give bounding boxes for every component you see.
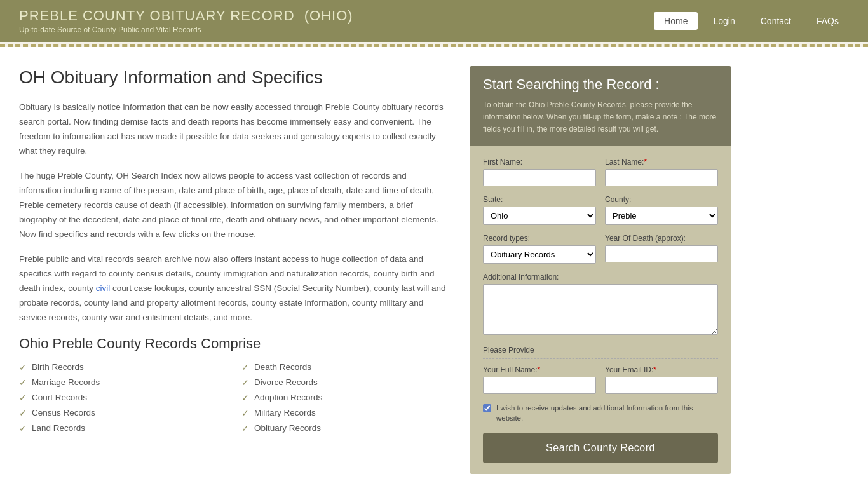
search-county-record-button[interactable]: Search County Record [483, 433, 718, 463]
record-label: Birth Records [32, 362, 84, 372]
record-label: Divorce Records [254, 377, 318, 387]
check-icon: ✓ [19, 393, 27, 403]
name-row: First Name: Last Name:* [483, 158, 718, 186]
header-divider [0, 42, 868, 47]
county-select[interactable]: Preble Butler Hamilton Montgomery [605, 207, 718, 225]
list-item: ✓ Divorce Records [241, 377, 451, 388]
first-name-label: First Name: [483, 158, 596, 166]
intro-para-3: Preble public and vital records search a… [19, 252, 451, 325]
state-group: State: Ohio Alabama Alaska Arizona Arkan… [483, 195, 596, 225]
check-icon: ✓ [19, 362, 27, 372]
record-label: Court Records [32, 393, 87, 402]
last-name-label: Last Name:* [605, 158, 718, 166]
additional-info-label: Additional Information: [483, 273, 718, 281]
site-subtitle: Up-to-date Source of County Public and V… [19, 25, 353, 34]
check-icon: ✓ [19, 377, 27, 388]
subscribe-checkbox-row: I wish to receive updates and additional… [483, 403, 718, 423]
nav-faqs[interactable]: FAQs [806, 12, 849, 30]
check-icon: ✓ [241, 377, 249, 388]
header-branding: PREBLE COUNTY OBITUARY RECORD (OHIO) Up-… [19, 8, 353, 34]
full-name-required: * [538, 365, 541, 374]
subscribe-checkbox[interactable] [483, 404, 491, 412]
last-name-input[interactable] [605, 169, 718, 186]
list-item: ✓ Death Records [241, 362, 451, 372]
search-panel: Start Searching the Record : To obtain t… [470, 66, 731, 474]
email-input[interactable] [605, 377, 718, 394]
subscribe-label: I wish to receive updates and additional… [496, 403, 718, 423]
panel-header: Start Searching the Record : To obtain t… [470, 66, 731, 146]
panel-title: Start Searching the Record : [483, 76, 718, 93]
record-label: Marriage Records [32, 377, 100, 387]
list-item: ✓ Military Records [241, 408, 451, 418]
intro-para-1: Obituary is basically notice information… [19, 100, 451, 159]
list-item: ✓ Census Records [19, 408, 229, 418]
nav-login[interactable]: Login [703, 12, 745, 30]
list-item: ✓ Obituary Records [241, 423, 451, 433]
nav-contact[interactable]: Contact [750, 12, 801, 30]
email-label: Your Email ID:* [605, 365, 718, 374]
record-year-row: Record types: Obituary Records Birth Rec… [483, 234, 718, 264]
site-title: PREBLE COUNTY OBITUARY RECORD (OHIO) [19, 8, 353, 24]
record-type-group: Record types: Obituary Records Birth Rec… [483, 234, 596, 264]
record-label: Military Records [254, 408, 316, 417]
civil-link[interactable]: civil [96, 283, 111, 293]
check-icon: ✓ [241, 423, 249, 433]
record-label: Adoption Records [254, 393, 322, 402]
record-label: Land Records [32, 423, 85, 433]
email-group: Your Email ID:* [605, 365, 718, 394]
list-item: ✓ Court Records [19, 393, 229, 403]
main-nav: Home Login Contact FAQs [654, 12, 849, 30]
panel-description: To obtain the Ohio Preble County Records… [483, 99, 718, 136]
full-name-group: Your Full Name:* [483, 365, 596, 394]
list-item: ✓ Adoption Records [241, 393, 451, 403]
full-name-label: Your Full Name:* [483, 365, 596, 374]
last-name-required: * [644, 158, 647, 166]
check-icon: ✓ [241, 393, 249, 403]
record-label: Census Records [32, 408, 95, 417]
state-county-row: State: Ohio Alabama Alaska Arizona Arkan… [483, 195, 718, 225]
intro-para-2: The huge Preble County, OH Search Index … [19, 169, 451, 242]
check-icon: ✓ [19, 423, 27, 433]
record-type-label: Record types: [483, 234, 596, 243]
first-name-group: First Name: [483, 158, 596, 186]
state-select[interactable]: Ohio Alabama Alaska Arizona Arkansas Cal… [483, 207, 596, 225]
list-item: ✓ Birth Records [19, 362, 229, 372]
full-name-input[interactable] [483, 377, 596, 394]
last-name-group: Last Name:* [605, 158, 718, 186]
list-item: ✓ Marriage Records [19, 377, 229, 388]
email-required: * [653, 365, 656, 374]
county-group: County: Preble Butler Hamilton Montgomer… [605, 195, 718, 225]
page-heading: OH Obituary Information and Specifics [19, 66, 451, 89]
panel-body: First Name: Last Name:* State: Ohio [470, 146, 731, 474]
record-label: Death Records [254, 362, 311, 372]
first-name-input[interactable] [483, 169, 596, 186]
main-content: OH Obituary Information and Specifics Ob… [0, 47, 868, 488]
additional-info-textarea[interactable] [483, 284, 718, 335]
additional-info-group: Additional Information: [483, 273, 718, 337]
left-content-area: OH Obituary Information and Specifics Ob… [19, 66, 451, 474]
please-provide-label: Please Provide [483, 346, 718, 359]
records-list: ✓ Birth Records ✓ Death Records ✓ Marria… [19, 362, 451, 433]
year-of-death-input[interactable] [605, 245, 718, 262]
records-heading: Ohio Preble County Records Comprise [19, 336, 451, 352]
state-label: State: [483, 195, 596, 204]
check-icon: ✓ [19, 408, 27, 418]
check-icon: ✓ [241, 408, 249, 418]
list-item: ✓ Land Records [19, 423, 229, 433]
county-label: County: [605, 195, 718, 204]
year-of-death-label: Year Of Death (approx): [605, 234, 718, 243]
check-icon: ✓ [241, 362, 249, 372]
record-type-select[interactable]: Obituary Records Birth Records Death Rec… [483, 245, 596, 264]
contact-row: Your Full Name:* Your Email ID:* [483, 365, 718, 394]
site-header: PREBLE COUNTY OBITUARY RECORD (OHIO) Up-… [0, 0, 868, 42]
nav-home[interactable]: Home [654, 12, 698, 30]
record-label: Obituary Records [254, 423, 321, 433]
year-of-death-group: Year Of Death (approx): [605, 234, 718, 264]
